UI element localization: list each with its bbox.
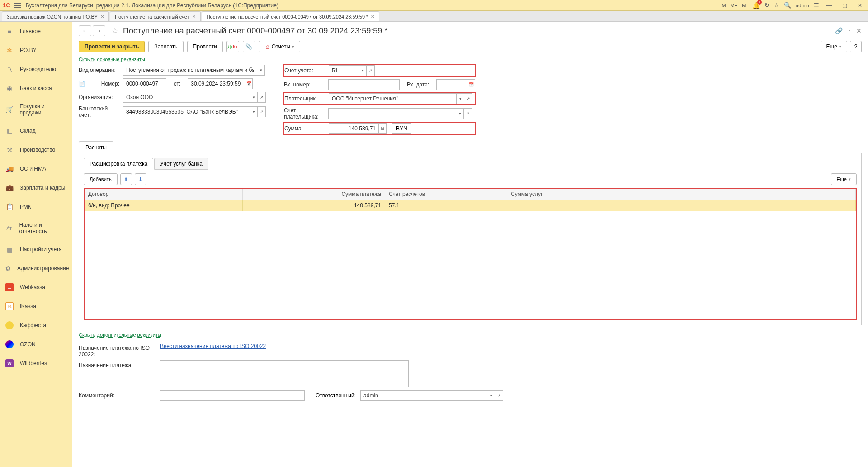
number-input[interactable] xyxy=(123,78,166,89)
sidebar-item-ikassa[interactable]: iKiKassa xyxy=(0,297,72,316)
dropdown-icon[interactable]: ▾ xyxy=(257,65,265,76)
help-button[interactable]: ? xyxy=(850,41,862,52)
in-date-input[interactable] xyxy=(436,79,467,90)
search-icon[interactable]: 🔍 xyxy=(784,2,791,9)
attachments-button[interactable]: 📎 xyxy=(243,41,255,52)
subtab-bank-services[interactable]: Учет услуг банка xyxy=(154,158,208,170)
sidebar-item-wb[interactable]: WWildberries xyxy=(0,354,72,373)
notifications-icon[interactable]: 🔔 1 xyxy=(752,2,760,9)
sidebar-item-warehouse[interactable]: ▦Склад xyxy=(0,121,72,140)
sidebar-item-production[interactable]: ⚒Производство xyxy=(0,140,72,159)
sidebar-item-webkassa[interactable]: ☰Webkassa xyxy=(0,278,72,297)
open-icon[interactable]: ↗ xyxy=(258,106,266,117)
memory-m[interactable]: M xyxy=(722,3,726,8)
payer-acc-input[interactable] xyxy=(328,108,456,119)
close-icon[interactable]: ✕ xyxy=(854,1,865,10)
tab-calculations[interactable]: Расчеты xyxy=(79,141,113,153)
calendar-icon[interactable]: 📅 xyxy=(467,79,475,90)
open-icon[interactable]: ↗ xyxy=(367,65,375,76)
sidebar-item-rmk[interactable]: 📋РМК xyxy=(0,197,72,216)
tab-2[interactable]: Поступление на расчетный счет 0000-00049… xyxy=(202,11,380,21)
iso-link[interactable]: Ввести назначение платежа по ISO 20022 xyxy=(160,343,266,349)
col-sum[interactable]: Сумма платежа xyxy=(243,189,385,200)
open-icon[interactable]: ↗ xyxy=(495,390,503,401)
close-doc-icon[interactable]: ✕ xyxy=(856,27,862,34)
table-more-button[interactable]: Еще xyxy=(831,173,857,185)
post-and-close-button[interactable]: Провести и закрыть xyxy=(79,41,145,52)
sidebar-item-sales[interactable]: 🛒Покупки и продажи xyxy=(0,98,72,121)
subtab-breakdown[interactable]: Расшифровка платежа xyxy=(84,158,153,170)
tab-1[interactable]: Поступление на расчетный счет✕ xyxy=(110,11,201,21)
maximize-icon[interactable]: ▢ xyxy=(839,1,850,10)
payer-input[interactable] xyxy=(329,93,456,104)
cell-service-sum[interactable] xyxy=(507,200,856,211)
more-button[interactable]: Еще xyxy=(821,41,847,52)
sidebar-item-ozon[interactable]: OZON xyxy=(0,335,72,354)
sidebar-item-taxes[interactable]: AтНалоги и отчетность xyxy=(0,216,72,240)
col-service-sum[interactable]: Сумма услуг xyxy=(507,189,856,200)
calendar-icon[interactable]: 📅 xyxy=(245,78,253,89)
cell-sum[interactable]: 140 589,71 xyxy=(243,200,385,211)
dropdown-icon[interactable]: ▾ xyxy=(456,93,464,104)
favorites-icon[interactable]: ☆ xyxy=(774,2,779,9)
cell-acc[interactable]: 57.1 xyxy=(385,200,507,211)
dropdown-icon[interactable]: ▾ xyxy=(487,390,495,401)
menu-hamburger-icon[interactable] xyxy=(14,3,21,8)
move-down-button[interactable]: ⬇ xyxy=(135,173,146,185)
dt-kt-button[interactable]: ДтКт xyxy=(226,41,239,52)
open-icon[interactable]: ↗ xyxy=(464,93,472,104)
sidebar-item-kaffesta[interactable]: Каффеста xyxy=(0,316,72,335)
table-row[interactable]: б/н, вид: Прочее 140 589,71 57.1 xyxy=(85,200,856,211)
dropdown-icon[interactable]: ▾ xyxy=(250,92,258,103)
comment-input[interactable] xyxy=(160,390,305,401)
reports-button[interactable]: 🖨Отчеты xyxy=(259,41,300,52)
memory-mminus[interactable]: M- xyxy=(742,3,748,8)
add-button[interactable]: Добавить xyxy=(84,173,118,185)
tab-0[interactable]: Загрузка продаж OZON по дням PO.BY✕ xyxy=(2,11,109,21)
purpose-input[interactable] xyxy=(160,360,409,387)
acc-input[interactable] xyxy=(329,65,359,76)
more-icon[interactable]: ⋮ xyxy=(846,27,853,34)
grid-empty-area[interactable] xyxy=(85,211,856,319)
sum-input[interactable] xyxy=(329,123,378,134)
sidebar-item-main[interactable]: ≡Главное xyxy=(0,22,72,41)
settings-icon[interactable]: ☰ xyxy=(814,2,819,9)
cell-contract[interactable]: б/н, вид: Прочее xyxy=(85,200,243,211)
date-input[interactable] xyxy=(188,78,245,89)
calculator-icon[interactable]: 🖩 xyxy=(378,123,387,134)
sidebar-item-payroll[interactable]: 💼Зарплата и кадры xyxy=(0,178,72,197)
save-button[interactable]: Записать xyxy=(148,41,183,52)
op-type-input[interactable] xyxy=(123,65,257,76)
favorite-star-icon[interactable]: ☆ xyxy=(111,26,118,36)
org-input[interactable] xyxy=(123,92,250,103)
close-icon[interactable]: ✕ xyxy=(100,14,104,19)
dropdown-icon[interactable]: ▾ xyxy=(359,65,367,76)
forward-button[interactable]: → xyxy=(93,25,105,36)
sidebar-item-manager[interactable]: 〽Руководителю xyxy=(0,60,72,79)
col-acc[interactable]: Счет расчетов xyxy=(385,189,507,200)
move-up-button[interactable]: ⬆ xyxy=(120,173,132,185)
minimize-icon[interactable]: — xyxy=(824,1,835,10)
open-icon[interactable]: ↗ xyxy=(258,92,266,103)
close-icon[interactable]: ✕ xyxy=(192,14,196,19)
bank-acc-input[interactable] xyxy=(123,106,250,117)
user-label[interactable]: admin xyxy=(796,3,809,8)
sidebar-item-poby[interactable]: ✻PO.BY xyxy=(0,41,72,60)
sidebar-item-admin[interactable]: ✿Администрирование xyxy=(0,259,72,278)
hide-main-link[interactable]: Скрыть основные реквизиты xyxy=(79,57,145,62)
sidebar-item-bank[interactable]: ◉Банк и касса xyxy=(0,79,72,98)
memory-mplus[interactable]: M+ xyxy=(731,3,738,8)
sidebar-item-settings[interactable]: ▤Настройки учета xyxy=(0,240,72,259)
responsible-input[interactable] xyxy=(360,390,487,401)
close-icon[interactable]: ✕ xyxy=(371,14,374,19)
sidebar-item-assets[interactable]: 🚚ОС и НМА xyxy=(0,159,72,178)
col-contract[interactable]: Договор xyxy=(85,189,243,200)
dropdown-icon[interactable]: ▾ xyxy=(456,108,464,119)
dropdown-icon[interactable]: ▾ xyxy=(250,106,258,117)
link-icon[interactable]: 🔗 xyxy=(835,27,843,34)
open-icon[interactable]: ↗ xyxy=(464,108,472,119)
history-icon[interactable]: ↻ xyxy=(764,2,769,9)
hide-extra-link[interactable]: Скрыть дополнительные реквизиты xyxy=(79,332,161,338)
back-button[interactable]: ← xyxy=(79,25,91,36)
post-button[interactable]: Провести xyxy=(187,41,223,52)
